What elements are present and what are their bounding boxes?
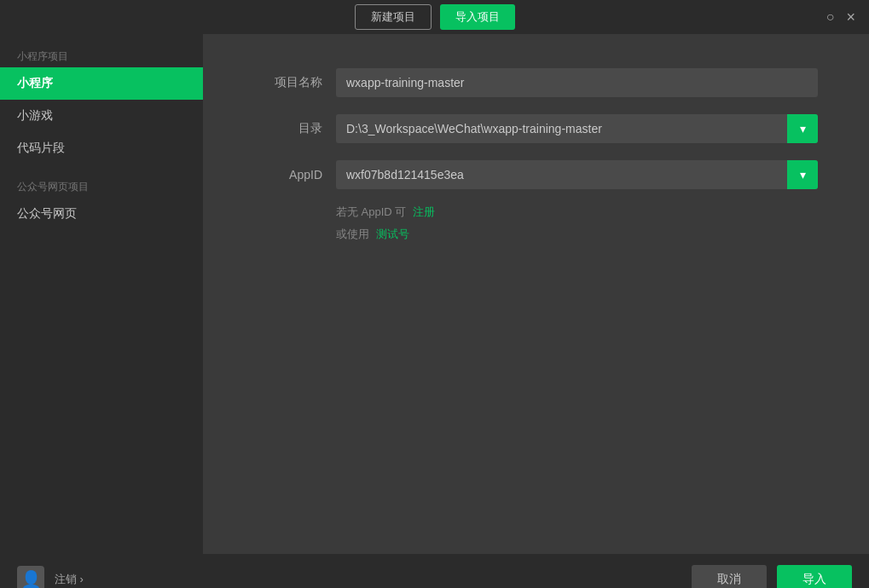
avatar: 👤 — [17, 566, 44, 588]
minimize-icon[interactable]: ○ — [826, 9, 835, 25]
chevron-down-icon: ▾ — [800, 122, 806, 135]
form-row-appid: AppID ▾ — [254, 160, 818, 189]
sidebar-item-codesnippet[interactable]: 代码片段 — [0, 132, 203, 164]
appid-label: AppID — [254, 168, 322, 182]
appid-input-wrapper: ▾ — [336, 160, 818, 189]
project-name-input[interactable] — [336, 68, 818, 97]
logout-button[interactable]: 注销 › — [55, 572, 84, 587]
directory-label: 目录 — [254, 121, 322, 136]
hint-no-appid-text: 若无 AppID 可 — [336, 205, 406, 218]
sidebar: 小程序项目 小程序 小游戏 代码片段 公众号网页项目 公众号网页 — [0, 34, 203, 554]
import-project-button[interactable]: 导入项目 — [440, 4, 515, 30]
chevron-down-icon-appid: ▾ — [800, 168, 806, 182]
person-icon: 👤 — [20, 569, 42, 588]
directory-dropdown-button[interactable]: ▾ — [787, 114, 818, 143]
new-project-button[interactable]: 新建项目 — [355, 4, 432, 30]
main-content: 项目名称 目录 ▾ AppID ▾ — [203, 34, 869, 554]
directory-input[interactable] — [336, 114, 787, 143]
appid-dropdown-button[interactable]: ▾ — [787, 160, 818, 189]
hint-area: 若无 AppID 可 注册 或使用 测试号 — [336, 201, 818, 245]
register-link[interactable]: 注册 — [413, 205, 435, 218]
form-row-directory: 目录 ▾ — [254, 114, 818, 143]
sidebar-section-miniapp: 小程序项目 — [0, 41, 203, 67]
hint-or-use-text: 或使用 — [336, 228, 369, 240]
test-account-link[interactable]: 测试号 — [376, 228, 409, 240]
sidebar-item-minigame[interactable]: 小游戏 — [0, 100, 203, 132]
sidebar-item-miniapp[interactable]: 小程序 — [0, 67, 203, 100]
cancel-button[interactable]: 取消 — [692, 565, 767, 588]
project-name-label: 项目名称 — [254, 75, 322, 90]
sidebar-item-mp-webpage[interactable]: 公众号网页 — [0, 198, 203, 230]
directory-input-wrapper: ▾ — [336, 114, 818, 143]
close-icon[interactable]: × — [846, 9, 855, 26]
form-row-project-name: 项目名称 — [254, 68, 818, 97]
bottom-bar: 👤 注销 › 取消 导入 — [0, 554, 869, 588]
appid-input[interactable] — [336, 160, 787, 189]
import-button[interactable]: 导入 — [777, 565, 852, 588]
sidebar-section-mp: 公众号网页项目 — [0, 164, 203, 198]
